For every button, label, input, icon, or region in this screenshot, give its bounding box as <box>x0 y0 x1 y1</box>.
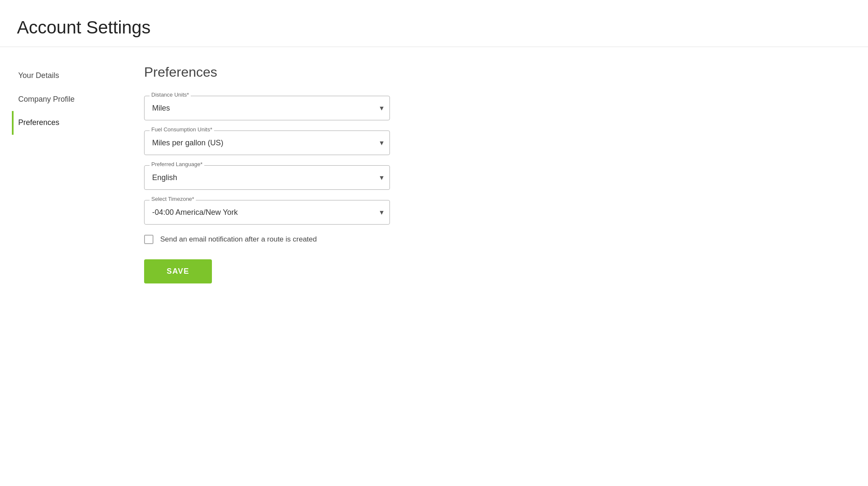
page-header: Account Settings <box>0 0 868 47</box>
preferred-language-label: Preferred Language* <box>150 161 204 167</box>
fuel-consumption-group: Fuel Consumption Units* Miles per gallon… <box>144 131 390 155</box>
distance-units-label: Distance Units* <box>150 92 191 97</box>
fuel-consumption-container: Fuel Consumption Units* Miles per gallon… <box>144 131 390 155</box>
content-area: Your Details Company Profile Preferences… <box>0 47 868 300</box>
email-notification-checkbox[interactable] <box>144 235 153 244</box>
page-title: Account Settings <box>17 17 851 38</box>
preferred-language-group: Preferred Language* English Spanish Fren… <box>144 165 390 190</box>
email-notification-label[interactable]: Send an email notification after a route… <box>160 235 317 244</box>
sidebar-item-company-profile[interactable]: Company Profile <box>12 88 102 111</box>
fuel-consumption-select[interactable]: Miles per gallon (US) Liters per 100km K… <box>145 131 389 155</box>
sidebar-item-preferences[interactable]: Preferences <box>12 111 102 134</box>
save-button[interactable]: SAVE <box>144 259 212 283</box>
timezone-group: Select Timezone* -04:00 America/New York… <box>144 200 390 225</box>
timezone-container: Select Timezone* -04:00 America/New York… <box>144 200 390 225</box>
section-title: Preferences <box>144 64 390 80</box>
timezone-select[interactable]: -04:00 America/New York -05:00 America/C… <box>145 200 389 224</box>
fuel-consumption-label: Fuel Consumption Units* <box>150 127 214 132</box>
sidebar: Your Details Company Profile Preferences <box>0 64 119 283</box>
distance-units-container: Distance Units* Miles Kilometers ▾ <box>144 96 390 120</box>
preferred-language-container: Preferred Language* English Spanish Fren… <box>144 165 390 190</box>
main-content: Preferences Distance Units* Miles Kilome… <box>119 64 415 283</box>
timezone-label: Select Timezone* <box>150 196 196 202</box>
email-notification-row: Send an email notification after a route… <box>144 235 390 244</box>
sidebar-item-your-details[interactable]: Your Details <box>12 64 102 87</box>
distance-units-group: Distance Units* Miles Kilometers ▾ <box>144 96 390 120</box>
preferred-language-select[interactable]: English Spanish French German <box>145 166 389 189</box>
distance-units-select[interactable]: Miles Kilometers <box>145 96 389 120</box>
